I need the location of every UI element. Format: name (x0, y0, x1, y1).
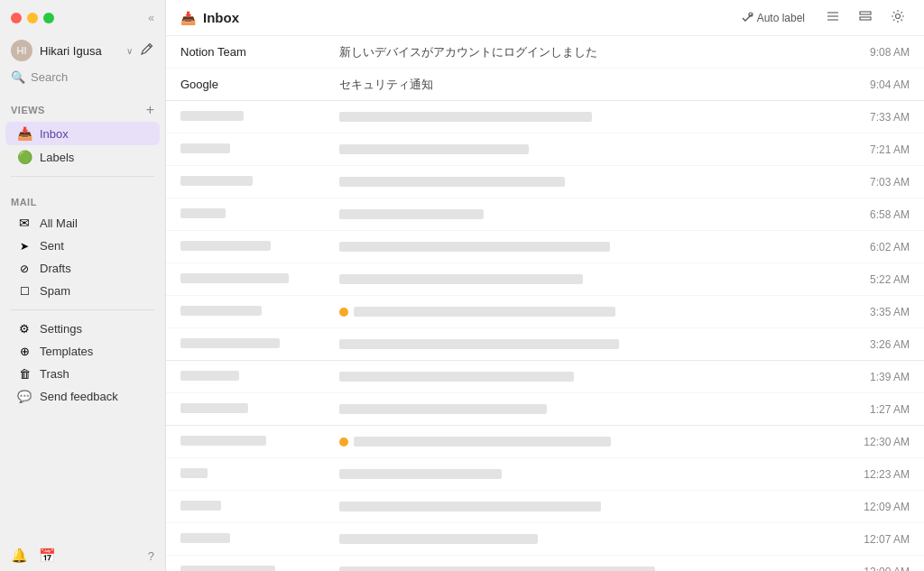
email-subject (325, 274, 855, 284)
email-subject (325, 437, 855, 447)
all-mail-icon: ✉ (16, 216, 32, 230)
email-sender: Notion Team (180, 45, 325, 59)
email-subject: セキュリティ通知 (325, 77, 855, 93)
sidebar-item-templates[interactable]: ⊕ Templates (5, 340, 160, 363)
email-time: 6:58 AM (855, 208, 910, 221)
email-row[interactable]: 7:03 AM (166, 166, 924, 198)
email-time: 12:23 AM (855, 468, 910, 481)
settings-gear-icon[interactable] (886, 6, 910, 30)
email-row[interactable]: 6:02 AM (166, 231, 924, 263)
sidebar-item-drafts[interactable]: ⊘ Drafts (5, 257, 160, 280)
labels-icon: 🟢 (16, 150, 32, 164)
email-time: 12:30 AM (855, 436, 910, 448)
email-row[interactable]: Googleセキュリティ通知9:04 AM (166, 69, 924, 101)
avatar: HI (11, 40, 32, 61)
divider (11, 176, 154, 177)
email-row[interactable]: 12:09 AM (166, 491, 924, 523)
email-list[interactable]: Notion Team新しいデバイスがアカウントにログインしました9:08 AM… (166, 36, 924, 571)
email-sender (180, 272, 325, 286)
spam-icon: ☐ (16, 285, 32, 298)
email-sender (180, 467, 325, 481)
inbox-title-icon: 📥 (180, 11, 196, 25)
email-row[interactable]: 3:26 AM (166, 328, 924, 361)
email-sender (180, 500, 325, 513)
views-section-label: Views (11, 105, 45, 115)
page-title: Inbox (203, 10, 239, 25)
close-button[interactable] (11, 13, 22, 23)
email-subject (325, 469, 855, 479)
mail-section-label: Mail (11, 197, 37, 207)
email-row[interactable]: 12:07 AM (166, 523, 924, 556)
sidebar-item-inbox[interactable]: 📥 Inbox (5, 122, 160, 145)
sidebar-item-label: Drafts (40, 262, 71, 275)
sidebar-item-label: Spam (40, 284, 70, 298)
email-row[interactable]: 1:39 AM (166, 361, 924, 393)
maximize-button[interactable] (43, 13, 54, 23)
sidebar-item-trash[interactable]: 🗑 Trash (5, 363, 160, 385)
email-sender (180, 402, 325, 416)
email-time: 1:27 AM (855, 403, 910, 416)
traffic-lights (11, 13, 54, 23)
add-view-button[interactable]: + (146, 102, 154, 118)
calendar-icon[interactable]: 📅 (39, 548, 56, 564)
main-toolbar: Auto label (734, 6, 910, 30)
email-sender (180, 305, 325, 318)
email-time: 6:02 AM (855, 241, 910, 253)
notifications-icon[interactable]: 🔔 (11, 548, 28, 564)
email-sender (180, 207, 325, 221)
email-row[interactable]: 12:23 AM (166, 458, 924, 491)
email-subject (325, 534, 855, 544)
email-row[interactable]: 12:30 AM (166, 426, 924, 458)
email-subject (325, 307, 855, 317)
sidebar-item-settings[interactable]: ⚙ Settings (5, 318, 160, 340)
email-time: 3:35 AM (855, 306, 910, 318)
user-name: Hikari Igusa (40, 44, 119, 58)
views-section-header: Views + (0, 89, 165, 122)
email-row[interactable]: 7:33 AM (166, 101, 924, 134)
email-row[interactable]: 5:22 AM (166, 263, 924, 296)
sidebar-item-label: Sent (40, 239, 64, 253)
help-button[interactable]: ? (148, 549, 154, 563)
divider-2 (11, 309, 154, 310)
sidebar-item-label: Labels (40, 151, 74, 164)
inbox-icon: 📥 (16, 126, 32, 141)
search-label: Search (31, 70, 68, 84)
email-time: 1:39 AM (855, 371, 910, 383)
compose-button[interactable] (140, 41, 154, 60)
auto-label-button[interactable]: Auto label (734, 9, 812, 27)
sidebar-item-send-feedback[interactable]: 💬 Send feedback (5, 385, 160, 408)
email-row[interactable]: 12:00 AM (166, 556, 924, 571)
main-title-area: 📥 Inbox (180, 10, 239, 25)
email-subject (325, 209, 855, 219)
email-subject: 新しいデバイスがアカウントにログインしました (325, 44, 855, 60)
email-row[interactable]: Notion Team新しいデバイスがアカウントにログインしました9:08 AM (166, 36, 924, 69)
sidebar-item-sent[interactable]: ➤ Sent (5, 235, 160, 257)
user-profile[interactable]: HI Hikari Igusa ∨ (0, 36, 165, 65)
sidebar-item-label: Inbox (40, 127, 69, 141)
email-row[interactable]: 7:21 AM (166, 134, 924, 166)
minimize-button[interactable] (27, 13, 38, 23)
sidebar-bottom-icons: 🔔 📅 (11, 548, 56, 564)
search-bar[interactable]: 🔍 Search (0, 65, 165, 89)
email-sender (180, 240, 325, 253)
email-row[interactable]: 3:35 AM (166, 296, 924, 328)
collapse-sidebar-button[interactable]: « (148, 12, 154, 24)
mail-section-header: Mail (0, 184, 165, 211)
email-row[interactable]: 6:58 AM (166, 198, 924, 231)
expanded-list-icon[interactable] (854, 6, 877, 30)
email-subject (325, 339, 855, 349)
email-time: 5:22 AM (855, 273, 910, 286)
sidebar-item-all-mail[interactable]: ✉ All Mail (5, 211, 160, 235)
sidebar-item-label: Trash (40, 367, 69, 381)
condensed-list-icon[interactable] (821, 6, 845, 30)
email-subject (325, 242, 855, 252)
email-sender (180, 435, 325, 448)
trash-icon: 🗑 (16, 367, 32, 381)
email-time: 7:21 AM (855, 143, 910, 156)
email-sender (180, 532, 325, 546)
templates-icon: ⊕ (16, 345, 32, 358)
sidebar-item-spam[interactable]: ☐ Spam (5, 280, 160, 302)
email-row[interactable]: 1:27 AM (166, 393, 924, 426)
sidebar-item-labels[interactable]: 🟢 Labels (5, 145, 160, 169)
chevron-down-icon: ∨ (126, 46, 133, 56)
